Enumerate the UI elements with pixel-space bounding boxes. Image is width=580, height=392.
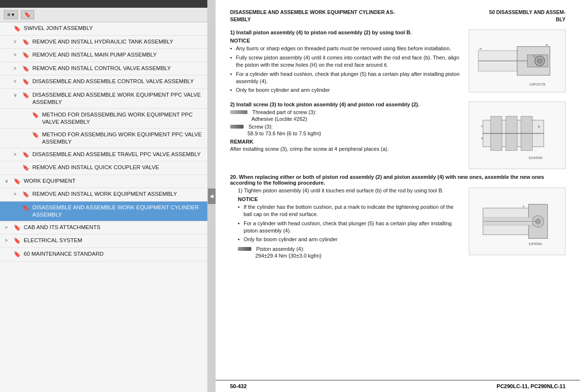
step-2-number: 2) Install screw (3) to lock piston asse… [230,102,461,107]
sidebar-item-label-work-equip: WORK EQUIPMENT [24,177,203,185]
sidebar-toolbar: ≡ ▾ 🔖 [0,8,207,22]
piston-torque-line: Piston assembly (4): [238,246,461,252]
expand-icon-work-equip: ∨ [5,178,12,184]
sidebar-item-label-maintenance: 60 MAINTENANCE STANDARD [24,250,203,258]
sidebar-item-label-ppc-valve-da: DISASSEMBLE AND ASSEMBLE WORK EQUIPMENT … [32,91,203,106]
sidebar-item-label-swivel: SWIVEL JOINT ASSEMBLY [24,25,203,32]
sidebar-item-label-work-equip-ri: REMOVE AND INSTALL WORK EQUIPMENT ASSEMB… [32,190,203,198]
sub-step-20-1-content: 1) Tighten piston assembly (4) until it … [238,188,566,259]
bookmark-icon-electrical: 🔖 [14,237,21,245]
bookmark-icon-hyd-tank: 🔖 [22,39,29,46]
notice-2-item-2: For a cylinder with head cushion, check … [238,220,461,235]
bookmark-icon-main-pump: 🔖 [22,52,29,59]
sidebar-item-label-work-equip-cylinder: DISASSEMBLE AND ASSEMBLE WORK EQUIPMENT … [32,204,203,218]
expand-icon-control-valve-ri: > [14,65,20,72]
sub-step-20-1-label: 1) Tighten piston assembly (4) until it … [238,188,461,193]
list-view-button[interactable]: ≡ ▾ [4,10,18,19]
bookmark-icon-swivel: 🔖 [14,25,21,33]
document-footer: 50-432 PC290LC-11, PC290NLC-11 [216,380,580,392]
torque-1-label: Threaded part of screw (3): [252,109,317,115]
sidebar-toggle-button[interactable]: ◀ [208,189,216,204]
sidebar-item-control-valve-da[interactable]: >🔖DISASSEMBLE AND ASSEMBLE CONTROL VALVE… [0,75,207,89]
bookmark-icon-quick-coupler: 🔖 [22,164,29,172]
sidebar-item-ppc-assemble[interactable]: 🔖METHOD FOR ASSEMBLING WORK EQUIPMENT PP… [0,129,207,148]
svg-text:H: H [479,48,481,51]
sidebar-item-label-ppc-assemble: METHOD FOR ASSEMBLING WORK EQUIPMENT PPC… [42,131,203,145]
torque-1-icon [230,110,247,114]
bookmark-button[interactable]: 🔖 [21,10,34,19]
bookmark-icon-travel-ppc: 🔖 [22,151,29,159]
torque-2-label: Screw (3): [248,124,273,130]
sidebar-item-maintenance[interactable]: 🔖60 MAINTENANCE STANDARD [0,248,207,261]
document-header: DISASSEMBLE AND ASSEMBLE WORK EQUIPMENT … [230,9,566,23]
step-1-text: 1) Install piston assembly (4) to piston… [230,29,461,96]
sidebar-item-quick-coupler[interactable]: 🔖REMOVE AND INSTALL QUICK COUPLER VALVE [0,161,207,175]
step-1-number: 1) Install piston assembly (4) to piston… [230,29,461,35]
sidebar-item-label-hyd-tank: REMOVE AND INSTALL HYDRAULIC TANK ASSEMB… [32,38,203,45]
svg-text:A: A [481,137,483,140]
svg-point-4 [537,58,542,63]
notice-1-title: NOTICE [230,38,461,44]
torque-1-value: Adhesive (Loctite #262) [251,116,461,122]
sidebar-item-work-equip-ri[interactable]: >🔖REMOVE AND INSTALL WORK EQUIPMENT ASSE… [0,188,207,202]
bookmark-icon-control-valve-ri: 🔖 [22,65,29,73]
sidebar-header [0,0,207,8]
remark-text: After installing screw (3), crimp the sc… [230,146,461,152]
step-1-content: 1) Install piston assembly (4) to piston… [230,29,566,96]
bookmark-icon-maintenance: 🔖 [14,251,21,259]
sidebar-item-control-valve-ri[interactable]: >🔖REMOVE AND INSTALL CONTROL VALVE ASSEM… [0,62,207,76]
sidebar-item-cab[interactable]: >🔖CAB AND ITS ATTACHMENTS [0,221,207,235]
sidebar-item-label-travel-ppc: DISASSEMBLE AND ASSEMBLE TRAVEL PPC VALV… [32,151,203,158]
piston-torque-value: 294±29.4 Nm {30±3.0 kgfm} [255,253,461,259]
sidebar-item-hyd-tank[interactable]: >🔖REMOVE AND INSTALL HYDRAULIC TANK ASSE… [0,36,207,49]
doc-header-left: DISASSEMBLE AND ASSEMBLE WORK EQUIPMENT … [230,9,395,23]
notice-2: NOTICE If the cylinder has the bottom cu… [238,196,461,244]
bookmark-icon-ppc-disassemble: 🔖 [32,112,39,119]
step-2-image: 3 A B S1004060 [469,102,566,169]
bookmark-icon-cab: 🔖 [14,224,21,232]
piston-torque-icon [238,247,251,251]
sidebar: ≡ ▾ 🔖 🔖SWIVEL JOINT ASSEMBLY>🔖REMOVE AND… [0,0,208,392]
torque-1-line: Threaded part of screw (3): [230,109,461,115]
sidebar-item-travel-ppc[interactable]: >🔖DISASSEMBLE AND ASSEMBLE TRAVEL PPC VA… [0,148,207,162]
sidebar-item-main-pump[interactable]: >🔖REMOVE AND INSTALL MAIN PUMP ASSEMBLY [0,49,207,62]
sidebar-item-label-ppc-disassemble: METHOD FOR DISASSEMBLING WORK EQUIPMENT … [42,111,203,126]
expand-icon-ppc-valve-da: ∨ [14,92,20,98]
expand-icon-work-equip-ri: > [14,191,20,197]
sidebar-item-label-quick-coupler: REMOVE AND INSTALL QUICK COUPLER VALVE [32,164,203,171]
notice-1-item-4: Only for boom cylinder and arm cylinder [230,87,461,94]
sub-step-20-1: 1) Tighten piston assembly (4) until it … [238,188,566,259]
sidebar-item-ppc-valve-da[interactable]: ∨🔖DISASSEMBLE AND ASSEMBLE WORK EQUIPMEN… [0,89,207,109]
sidebar-item-ppc-disassemble[interactable]: 🔖METHOD FOR DISASSEMBLING WORK EQUIPMENT… [0,109,207,129]
sidebar-item-label-cab: CAB AND ITS ATTACHMENTS [24,224,203,231]
expand-icon-travel-ppc: > [14,151,20,158]
notice-1-item-3: For a cylinder with head cushion, check … [230,71,461,86]
notice-1: NOTICE Any burrs or sharp edges on threa… [230,38,461,94]
sidebar-item-work-equip[interactable]: ∨🔖WORK EQUIPMENT [0,175,207,189]
svg-text:CAP34729: CAP34729 [529,83,545,86]
sidebar-item-work-equip-cylinder[interactable]: 🔖DISASSEMBLE AND ASSEMBLE WORK EQUIPMENT… [0,202,207,221]
sidebar-item-label-electrical: ELECTRICAL SYSTEM [24,237,203,244]
notice-1-item-2: Fully screw piston assembly (4) until it… [230,54,461,69]
sidebar-item-label-main-pump: REMOVE AND INSTALL MAIN PUMP ASSEMBLY [32,51,203,58]
bookmark-icon-control-valve-da: 🔖 [22,78,29,86]
expand-icon-hyd-tank: > [14,39,20,45]
sidebar-item-swivel[interactable]: 🔖SWIVEL JOINT ASSEMBLY [0,22,207,36]
doc-header-right: 50 DISASSEMBLY AND ASSEM-BLY [489,9,566,23]
piston-torque-label: Piston assembly (4): [256,246,304,252]
svg-text:SJF00981: SJF00981 [529,242,543,245]
step-1: 1) Install piston assembly (4) to piston… [230,29,566,96]
sidebar-item-electrical[interactable]: >🔖ELECTRICAL SYSTEM [0,234,207,248]
svg-text:b: b [523,205,524,208]
expand-icon-cab: > [5,224,12,231]
notice-2-item-3: Only for boom cylinder and arm cylinder [238,236,461,243]
content-area: DISASSEMBLE AND ASSEMBLE WORK EQUIPMENT … [216,0,580,392]
content-inner: DISASSEMBLE AND ASSEMBLE WORK EQUIPMENT … [216,0,580,380]
step-2: 2) Install screw (3) to lock piston asse… [230,102,566,169]
torque-2-value: 58.9 to 73.6 Nm {6 to 7.5 kgfm} [247,131,461,136]
notice-2-list: If the cylinder has the bottom cushion, … [238,203,461,244]
footer-model: PC290LC-11, PC290NLC-11 [497,383,566,389]
bookmark-list: 🔖SWIVEL JOINT ASSEMBLY>🔖REMOVE AND INSTA… [0,22,207,392]
footer-page-number: 50-432 [230,383,246,389]
notice-2-title: NOTICE [238,196,461,202]
